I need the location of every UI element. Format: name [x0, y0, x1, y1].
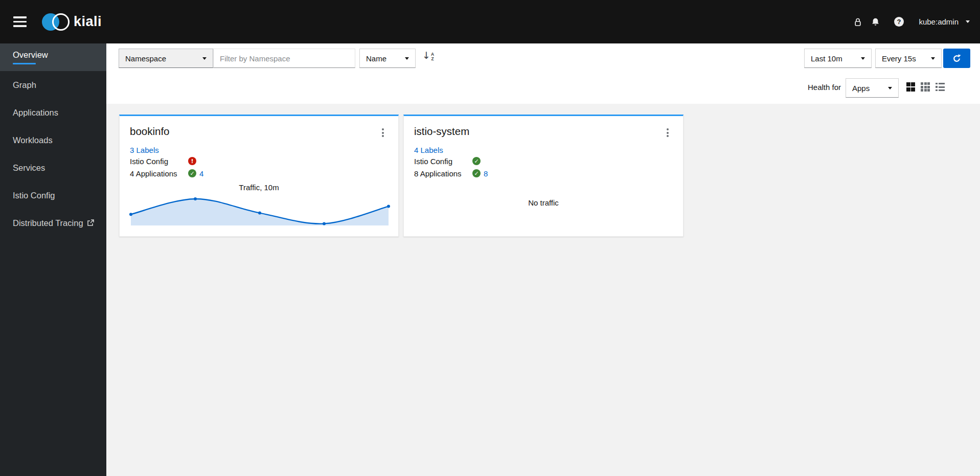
sidebar-item-graph[interactable]: Graph: [0, 71, 106, 99]
kebab-menu-button[interactable]: [379, 126, 387, 139]
chevron-down-icon: [966, 20, 970, 23]
istio-config-label: Istio Config: [130, 157, 188, 166]
namespace-card-title: istio-system: [414, 125, 469, 138]
sidebar: Overview Graph Applications Workloads Se…: [0, 43, 106, 476]
external-link-icon: [87, 219, 94, 226]
namespace-card-istio-system: istio-system 4 Labels Istio Config ✓ 8 A…: [403, 115, 683, 237]
caret-down-icon: [888, 87, 892, 89]
duration-value: Last 10m: [811, 54, 842, 63]
expand-view-button[interactable]: [921, 82, 930, 92]
filter-type-value: Namespace: [125, 54, 166, 63]
sort-field-value: Name: [366, 54, 386, 63]
caret-down-icon: [202, 57, 207, 60]
sort-arrow-icon: ↓: [422, 51, 430, 60]
sidebar-item-services[interactable]: Services: [0, 154, 106, 182]
kebab-icon: [382, 128, 384, 130]
sidebar-item-istio-config[interactable]: Istio Config: [0, 182, 106, 209]
expand-grid-icon: [921, 82, 930, 92]
help-button[interactable]: ?: [890, 13, 907, 31]
sidebar-item-workloads[interactable]: Workloads: [0, 126, 106, 154]
nav-toggle-button[interactable]: [13, 16, 27, 27]
namespace-filter-input[interactable]: [213, 49, 355, 68]
username: kube:admin: [919, 17, 959, 26]
applications-label: 4 Applications: [130, 169, 188, 178]
bell-icon: [871, 17, 880, 27]
sort-az-icon: AZ: [431, 52, 434, 61]
list-view-button[interactable]: [936, 83, 945, 92]
lock-icon: [854, 17, 862, 27]
success-icon: ✓: [188, 169, 196, 177]
compact-grid-icon: [906, 82, 916, 92]
kebab-menu-button[interactable]: [664, 126, 672, 139]
notifications-button[interactable]: [867, 13, 884, 31]
health-for-value: Apps: [852, 84, 870, 93]
caret-down-icon: [861, 57, 865, 60]
traffic-chart-title: Traffic, 10m: [130, 183, 388, 192]
masthead-actions: ? kube:admin: [849, 0, 970, 43]
duration-select[interactable]: Last 10m: [804, 49, 872, 68]
traffic-sparkline: [128, 196, 391, 226]
brand-name: kiali: [74, 14, 102, 30]
list-view-icon: [936, 83, 945, 92]
sort-direction-button[interactable]: ↓ AZ: [422, 51, 434, 61]
namespace-card-bookinfo: bookinfo 3 Labels Istio Config ! 4 Appli…: [119, 115, 399, 237]
sidebar-item-applications[interactable]: Applications: [0, 99, 106, 126]
kiali-logo-icon: [42, 13, 71, 31]
sidebar-item-overview[interactable]: Overview: [0, 43, 106, 71]
labels-link[interactable]: 4 Labels: [414, 146, 443, 154]
refresh-interval-select[interactable]: Every 15s: [875, 49, 942, 68]
masthead: kiali ? kube:admin: [0, 0, 980, 43]
caret-down-icon: [405, 57, 409, 60]
hamburger-icon: [13, 16, 27, 18]
success-icon[interactable]: ✓: [472, 157, 481, 165]
applications-count-link[interactable]: 8: [484, 169, 488, 178]
help-icon: ?: [894, 17, 904, 27]
caret-down-icon: [931, 57, 935, 60]
refresh-icon: [952, 54, 961, 63]
health-for-select[interactable]: Apps: [846, 78, 899, 98]
view-toggles: [906, 82, 945, 92]
overview-content: bookinfo 3 Labels Istio Config ! 4 Appli…: [106, 104, 980, 476]
sidebar-item-distributed-tracing[interactable]: Distributed Tracing: [0, 209, 106, 237]
filter-type-select[interactable]: Namespace: [119, 49, 213, 68]
user-menu[interactable]: kube:admin: [919, 17, 970, 26]
sort-field-select[interactable]: Name: [359, 49, 416, 68]
istio-config-label: Istio Config: [414, 157, 472, 166]
applications-count-link[interactable]: 4: [199, 169, 203, 178]
applications-label: 8 Applications: [414, 169, 472, 178]
success-icon: ✓: [472, 169, 481, 177]
health-for-label: Health for: [808, 83, 841, 92]
kebab-icon: [667, 128, 669, 130]
labels-link[interactable]: 3 Labels: [130, 146, 159, 154]
refresh-button[interactable]: [943, 49, 970, 68]
toolbar: Namespace Name ↓ AZ Last 10m Every 15s H…: [106, 43, 980, 104]
refresh-interval-value: Every 15s: [882, 54, 916, 63]
lock-button[interactable]: [849, 13, 867, 31]
kiali-brand[interactable]: kiali: [42, 13, 102, 31]
compact-view-button[interactable]: [906, 82, 916, 92]
no-traffic-text: No traffic: [414, 198, 673, 207]
namespace-card-title: bookinfo: [130, 125, 170, 138]
error-icon[interactable]: !: [188, 157, 196, 165]
